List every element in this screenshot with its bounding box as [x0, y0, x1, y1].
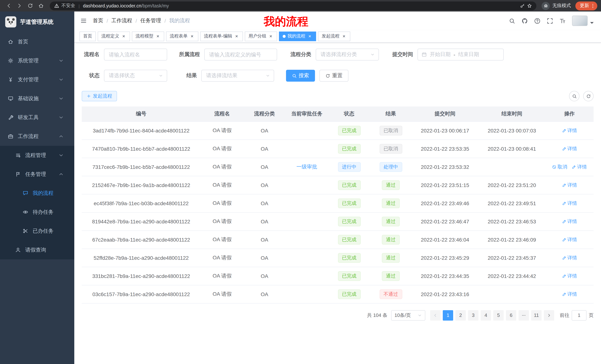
sidebar-item-label: 首页 — [18, 38, 28, 45]
bookmark-icon[interactable] — [527, 3, 532, 8]
prev-page-button[interactable] — [430, 310, 441, 320]
status-select[interactable]: 请选择状态 — [104, 70, 167, 82]
sidebar-item[interactable]: 研发工具 — [0, 108, 74, 127]
current-task-link[interactable]: 一级审批 — [296, 163, 317, 169]
toggle-search-button[interactable] — [569, 91, 580, 101]
page-button[interactable]: 6 — [506, 310, 516, 320]
help-icon[interactable] — [534, 18, 541, 24]
close-icon[interactable]: × — [190, 34, 195, 39]
create-process-button[interactable]: 发起流程 — [82, 91, 117, 101]
process-category-select[interactable]: 请选择流程分类 — [316, 49, 379, 60]
app-logo-row[interactable]: 芋道管理系统 — [0, 11, 74, 32]
process-name-input[interactable] — [104, 49, 167, 60]
breadcrumb-item[interactable]: 任务管理 — [140, 18, 161, 24]
cell-current-task — [285, 249, 328, 267]
sidebar-item[interactable]: 系统管理 — [0, 51, 74, 70]
browser-back-button[interactable] — [4, 1, 14, 11]
cell-result: 通过 — [370, 267, 411, 285]
sidebar-item[interactable]: 请假查询 — [0, 240, 74, 259]
detail-link[interactable]: 详情 — [562, 127, 577, 134]
user-avatar[interactable] — [572, 16, 595, 26]
result-label: 结果 — [179, 72, 201, 79]
detail-link[interactable]: 详情 — [562, 254, 577, 261]
cancel-link[interactable]: 取消 — [552, 163, 567, 170]
tab-item[interactable]: 流程定义× — [98, 31, 130, 41]
search-button[interactable]: 搜索 — [286, 70, 315, 82]
close-icon[interactable]: × — [341, 34, 347, 39]
close-icon[interactable]: × — [234, 34, 239, 39]
detail-link[interactable]: 详情 — [562, 236, 577, 243]
page-button[interactable]: 4 — [481, 310, 491, 320]
password-manager-icon[interactable] — [520, 3, 525, 8]
github-icon[interactable] — [521, 18, 528, 24]
process-definition-input[interactable] — [204, 49, 277, 60]
omnibox-divider: | — [79, 3, 80, 8]
sidebar-item[interactable]: 流程管理 — [0, 146, 74, 165]
submit-time-range-picker[interactable]: 开始日期 - 结束日期 — [418, 49, 504, 60]
tab-item[interactable]: 用户分组× — [245, 31, 277, 41]
jump-page-input[interactable] — [572, 310, 587, 320]
address-bar[interactable]: 不安全 | dashboard.yudao.iocoder.cn/bpm/tas… — [50, 1, 536, 10]
breadcrumb-item[interactable]: 工作流程 — [111, 18, 132, 24]
result-tag: 已取消 — [380, 144, 402, 153]
tab-item[interactable]: 流程模型× — [132, 31, 164, 41]
detail-link[interactable]: 详情 — [562, 218, 577, 225]
sidebar-item[interactable]: 基础设施 — [0, 89, 74, 108]
detail-link[interactable]: 详情 — [562, 291, 577, 297]
tab-item[interactable]: 流程表单× — [166, 31, 198, 41]
kebab-menu-icon[interactable] — [590, 3, 595, 8]
more-pages-button[interactable] — [519, 310, 529, 320]
table-toolbar: 发起流程 — [82, 91, 594, 101]
close-icon[interactable]: × — [121, 34, 126, 39]
sidebar-item[interactable]: 任务管理 — [0, 165, 74, 184]
sidebar-item[interactable]: 待办任务 — [0, 203, 74, 221]
browser-forward-button[interactable] — [14, 1, 25, 11]
cell-current-task — [285, 176, 328, 194]
search-icon[interactable] — [509, 18, 515, 24]
refresh-table-button[interactable] — [583, 91, 594, 101]
page-button[interactable]: 5 — [493, 310, 504, 320]
result-select[interactable]: 请选择流结果 — [201, 70, 274, 82]
page-button[interactable]: 3 — [468, 310, 478, 320]
toolbar-right — [569, 91, 594, 101]
sidebar-item[interactable]: 支付管理 — [0, 70, 74, 89]
hamburger-icon[interactable] — [80, 18, 87, 24]
cell-result: 通过 — [370, 176, 411, 194]
detail-link[interactable]: 详情 — [562, 200, 577, 207]
reset-button[interactable]: 重置 — [320, 70, 348, 82]
close-icon[interactable]: × — [307, 34, 312, 39]
detail-link[interactable]: 详情 — [572, 163, 587, 170]
page-button[interactable]: 2 — [455, 310, 466, 320]
close-icon[interactable]: × — [268, 34, 273, 39]
tools-icon — [8, 115, 13, 120]
tab-item[interactable]: 首页 — [80, 31, 96, 41]
sidebar-item[interactable]: 首页 — [0, 32, 74, 51]
page-size-select[interactable]: 10条/页 — [391, 310, 425, 320]
tab-item[interactable]: 我的流程× — [279, 31, 316, 41]
page-button[interactable]: 1 — [443, 310, 453, 320]
sidebar-item[interactable]: 已办任务 — [0, 221, 74, 240]
navbar: 首页/工作流程/任务管理/我的流程 我的流程 — [74, 11, 601, 30]
page-button[interactable]: 11 — [531, 310, 541, 320]
sidebar-item[interactable]: 我的流程 — [0, 184, 74, 203]
cell-result: 通过 — [370, 230, 411, 249]
font-size-icon[interactable] — [559, 18, 566, 24]
browser-home-button[interactable] — [36, 1, 46, 11]
fullscreen-icon[interactable] — [547, 18, 553, 24]
next-page-button[interactable] — [544, 310, 554, 320]
breadcrumb-item[interactable]: 首页 — [93, 18, 103, 24]
close-icon[interactable]: × — [155, 34, 160, 39]
detail-link[interactable]: 详情 — [562, 145, 577, 152]
cell-category: OA — [244, 158, 285, 176]
create-process-label: 发起流程 — [93, 93, 112, 99]
sidebar-item[interactable]: 工作流程 — [0, 127, 74, 146]
tab-item[interactable]: 发起流程× — [318, 31, 350, 41]
tab-item[interactable]: 流程表单-编辑× — [200, 31, 243, 41]
update-button[interactable]: 更新 — [575, 1, 597, 10]
detail-link[interactable]: 详情 — [562, 182, 577, 188]
status-tag: 进行中 — [338, 162, 361, 172]
browser-reload-button[interactable] — [25, 1, 35, 11]
cell-end-time: 2022-01-22 23:46:53 — [478, 212, 545, 230]
result-tag: 通过 — [382, 271, 400, 281]
detail-link[interactable]: 详情 — [562, 273, 577, 279]
